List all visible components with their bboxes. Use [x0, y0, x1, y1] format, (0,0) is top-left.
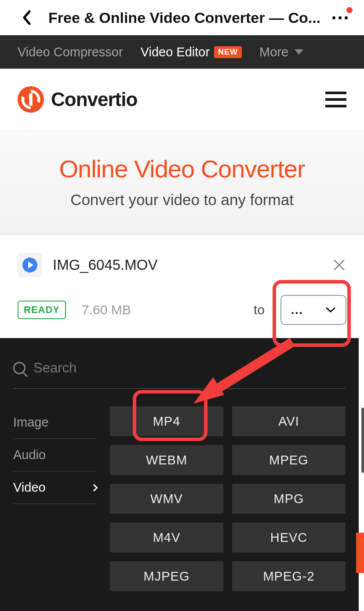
format-select-value: ...: [291, 303, 303, 317]
format-option-mp4[interactable]: MP4: [110, 406, 223, 436]
chevron-down-icon: [325, 307, 336, 313]
nav-video-editor[interactable]: Video Editor NEW: [141, 45, 242, 59]
format-option-mpeg[interactable]: MPEG: [232, 445, 346, 475]
new-badge: NEW: [214, 46, 242, 58]
format-option-wmv[interactable]: WMV: [110, 484, 223, 514]
nav-more[interactable]: More: [259, 45, 303, 59]
chevron-right-icon: [91, 484, 98, 491]
to-label: to: [254, 302, 265, 317]
nav-video-editor-label: Video Editor: [141, 45, 210, 59]
hamburger-menu-button[interactable]: [325, 92, 346, 107]
file-size: 7.60 MB: [82, 302, 131, 317]
side-tab[interactable]: [356, 533, 364, 573]
site-tool-nav: Video Compressor Video Editor NEW More: [0, 35, 364, 69]
hero-title: Online Video Converter: [9, 155, 355, 183]
category-list: Image Audio Video: [13, 406, 97, 591]
chevron-down-icon: [295, 49, 303, 55]
category-label: Video: [13, 480, 46, 495]
format-search-row: [13, 351, 346, 389]
category-video[interactable]: Video: [13, 471, 97, 504]
format-select-dropdown[interactable]: ...: [280, 295, 346, 325]
browser-more-button[interactable]: [329, 9, 351, 26]
hero-subtitle: Convert your video to any format: [9, 191, 355, 209]
file-meta-row: READY 7.60 MB to ...: [0, 277, 364, 335]
more-icon: [332, 16, 348, 19]
nav-video-compressor[interactable]: Video Compressor: [18, 45, 123, 59]
hamburger-icon: [325, 92, 346, 94]
format-option-webm[interactable]: WEBM: [110, 445, 223, 475]
brand-logo-link[interactable]: Convertio: [18, 86, 137, 113]
category-label: Audio: [13, 448, 46, 462]
play-icon: [22, 258, 37, 272]
brand-header: Convertio: [0, 69, 364, 130]
scrollbar[interactable]: [361, 408, 364, 473]
file-thumbnail[interactable]: [18, 253, 42, 277]
format-option-avi[interactable]: AVI: [232, 406, 346, 436]
nav-more-label: More: [259, 45, 288, 59]
category-image[interactable]: Image: [13, 406, 97, 439]
format-option-mjpeg[interactable]: MJPEG: [110, 561, 223, 591]
back-button[interactable]: [18, 9, 35, 26]
hero: Online Video Converter Convert your vide…: [0, 130, 364, 235]
brand-name: Convertio: [51, 88, 137, 110]
format-search-input[interactable]: [33, 360, 346, 376]
format-grid: MP4 AVI WEBM MPEG WMV MPG M4V HEVC MJPEG…: [110, 406, 346, 591]
format-option-m4v[interactable]: M4V: [110, 523, 223, 552]
browser-title: Free & Online Video Converter — Co...: [48, 9, 329, 26]
convertio-logo-icon: [18, 86, 44, 113]
status-badge: READY: [18, 301, 66, 319]
category-audio[interactable]: Audio: [13, 439, 97, 471]
chevron-left-icon: [22, 10, 31, 26]
category-label: Image: [13, 415, 49, 430]
search-icon: [13, 362, 25, 374]
format-dropdown-panel: Image Audio Video MP4 AVI WEBM MPEG WMV …: [0, 338, 359, 611]
format-option-mpeg2[interactable]: MPEG-2: [232, 561, 346, 591]
format-option-hevc[interactable]: HEVC: [232, 523, 346, 552]
file-row: IMG_6045.MOV: [0, 235, 364, 277]
remove-file-button[interactable]: [332, 258, 346, 272]
browser-bar: Free & Online Video Converter — Co...: [0, 0, 364, 35]
file-name: IMG_6045.MOV: [53, 257, 322, 273]
format-option-mpg[interactable]: MPG: [232, 484, 346, 514]
notification-dot: [346, 7, 353, 13]
